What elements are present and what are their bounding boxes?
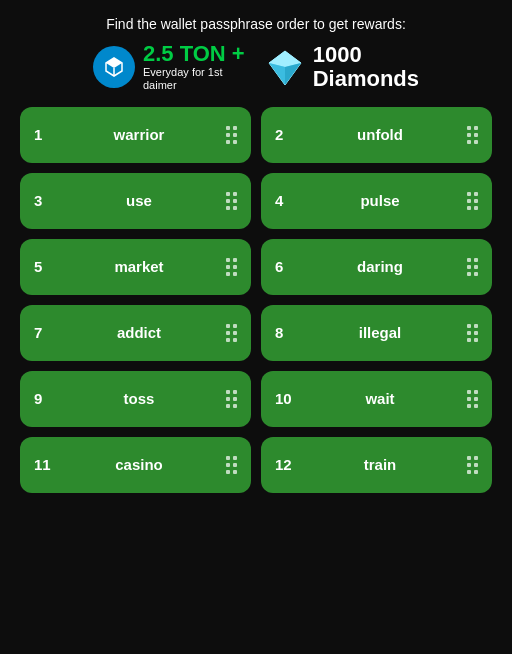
word-label: daring [301, 258, 459, 275]
word-card[interactable]: 1warrior [20, 107, 251, 163]
instruction-text: Find the wallet passphrase order to get … [106, 16, 406, 32]
word-number: 11 [34, 456, 52, 473]
drag-handle-icon[interactable] [467, 258, 478, 276]
words-grid: 1warrior2unfold3use4pulse5market6daring7… [20, 107, 492, 493]
diamonds-text: 1000 Diamonds [313, 43, 419, 91]
word-card[interactable]: 7addict [20, 305, 251, 361]
word-label: wait [301, 390, 459, 407]
ton-amount: 2.5 TON + [143, 42, 245, 66]
drag-handle-icon[interactable] [226, 258, 237, 276]
word-card[interactable]: 6daring [261, 239, 492, 295]
word-number: 3 [34, 192, 52, 209]
diamonds-block: 1000 Diamonds [265, 43, 419, 91]
word-card[interactable]: 12train [261, 437, 492, 493]
word-label: train [301, 456, 459, 473]
word-number: 8 [275, 324, 293, 341]
word-label: addict [60, 324, 218, 341]
rewards-row: 2.5 TON + Everyday for 1stdaimer 1000 Di… [20, 42, 492, 93]
word-number: 9 [34, 390, 52, 407]
word-label: illegal [301, 324, 459, 341]
word-number: 6 [275, 258, 293, 275]
svg-marker-1 [106, 58, 122, 68]
word-card[interactable]: 8illegal [261, 305, 492, 361]
word-label: casino [60, 456, 218, 473]
word-card[interactable]: 9toss [20, 371, 251, 427]
ton-text: 2.5 TON + Everyday for 1stdaimer [143, 42, 245, 93]
word-label: market [60, 258, 218, 275]
word-card[interactable]: 11casino [20, 437, 251, 493]
word-label: unfold [301, 126, 459, 143]
drag-handle-icon[interactable] [467, 324, 478, 342]
word-label: toss [60, 390, 218, 407]
drag-handle-icon[interactable] [226, 456, 237, 474]
drag-handle-icon[interactable] [226, 390, 237, 408]
word-card[interactable]: 2unfold [261, 107, 492, 163]
word-card[interactable]: 3use [20, 173, 251, 229]
drag-handle-icon[interactable] [467, 192, 478, 210]
word-card[interactable]: 4pulse [261, 173, 492, 229]
word-card[interactable]: 5market [20, 239, 251, 295]
word-number: 2 [275, 126, 293, 143]
diamond-icon [265, 47, 305, 87]
ton-subtitle: Everyday for 1stdaimer [143, 66, 245, 92]
drag-handle-icon[interactable] [226, 126, 237, 144]
drag-handle-icon[interactable] [226, 192, 237, 210]
word-label: use [60, 192, 218, 209]
word-label: pulse [301, 192, 459, 209]
drag-handle-icon[interactable] [467, 456, 478, 474]
ton-icon [93, 46, 135, 88]
drag-handle-icon[interactable] [467, 390, 478, 408]
word-card[interactable]: 10wait [261, 371, 492, 427]
word-label: warrior [60, 126, 218, 143]
word-number: 12 [275, 456, 293, 473]
word-number: 1 [34, 126, 52, 143]
drag-handle-icon[interactable] [226, 324, 237, 342]
word-number: 10 [275, 390, 293, 407]
drag-handle-icon[interactable] [467, 126, 478, 144]
word-number: 5 [34, 258, 52, 275]
word-number: 4 [275, 192, 293, 209]
ton-block: 2.5 TON + Everyday for 1stdaimer [93, 42, 245, 93]
word-number: 7 [34, 324, 52, 341]
